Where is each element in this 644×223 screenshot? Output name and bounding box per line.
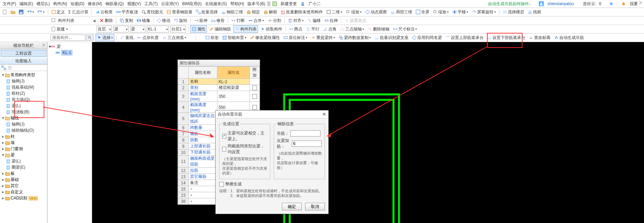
tree-view-icon[interactable]: [1, 65, 6, 70]
menu-component[interactable]: 构件(N): [52, 1, 69, 7]
zoom-button[interactable]: 缩放▾: [345, 9, 363, 15]
dialog-close-button[interactable]: ✕: [322, 110, 326, 118]
prop-row[interactable]: 2类别楼层框架梁: [178, 85, 260, 91]
tree-leaf[interactable]: 辅助轴线(O): [6, 127, 46, 133]
subcategory-select[interactable]: 梁▾: [130, 26, 145, 32]
two-points-button[interactable]: 两点: [288, 26, 303, 32]
split-button[interactable]: 分割: [267, 17, 282, 24]
view-rebar-qty-button[interactable]: 查看钢筋量: [166, 9, 194, 15]
auto-gen-stirrup-button[interactable]: 自动生成吊筋: [553, 34, 585, 41]
menu-draw[interactable]: 绘图(D): [69, 1, 86, 7]
wireframe-button[interactable]: 线框: [527, 9, 542, 15]
search-button[interactable]: [86, 35, 94, 41]
new-component-button[interactable]: 新建▾: [50, 26, 95, 32]
list-view-icon[interactable]: [8, 65, 12, 70]
stirrup-input[interactable]: [290, 130, 320, 136]
secondary-add-input[interactable]: [292, 141, 322, 147]
modify-beam-seg-button[interactable]: 修改梁段属性: [249, 34, 281, 41]
reextract-span-button[interactable]: 重提梁跨▾: [310, 34, 336, 41]
menu-bim[interactable]: BIM应用(I): [181, 1, 203, 7]
rotate-button[interactable]: 旋转: [173, 17, 188, 24]
instance-select[interactable]: KL-1▾: [147, 26, 169, 32]
join-button[interactable]: 合并▾: [247, 17, 265, 24]
search-input[interactable]: [51, 35, 85, 41]
edit-rebar-button[interactable]: 编辑钢筋: [208, 26, 232, 32]
parallel-button[interactable]: 平行: [305, 26, 320, 32]
tree-leaf[interactable]: 筏板基础(M): [6, 84, 46, 90]
copy-button[interactable]: 复制: [118, 17, 134, 24]
menu-rebar[interactable]: 钢筋量(Q): [104, 1, 125, 7]
delete-button[interactable]: 删除: [98, 17, 114, 24]
chevron-left-icon[interactable]: ◀: [93, 19, 96, 23]
tree-leaf[interactable]: 圈梁(E): [6, 164, 46, 170]
tree-folder[interactable]: ▸其它: [1, 183, 46, 189]
screen-rotate-button[interactable]: 屏幕旋转▾: [471, 9, 497, 15]
undo-button[interactable]: ▾: [26, 9, 35, 15]
tree-leaf[interactable]: 框柱(Z): [6, 90, 46, 96]
dynamic-orbit-button[interactable]: 动态观察: [364, 9, 388, 15]
component-list-button[interactable]: 构件列表: [233, 25, 258, 33]
stretch-button[interactable]: 拉伸: [323, 17, 339, 24]
tree-folder[interactable]: ▸门窗洞: [1, 146, 46, 152]
floor-select[interactable]: 首层▾: [97, 26, 112, 32]
span-data-copy-button[interactable]: 梁跨数据复制▾: [338, 34, 372, 41]
properties-button[interactable]: 属性: [190, 25, 207, 33]
tree-folder[interactable]: ▸自定义: [1, 189, 46, 195]
tree-leaf[interactable]: 梁(L): [6, 158, 46, 164]
zoom2-button[interactable]: 缩放▾: [432, 9, 450, 15]
new-change-button[interactable]: 新建变更: [279, 1, 298, 7]
menu-tools[interactable]: 工具(T): [143, 1, 159, 7]
select-floor-button[interactable]: 选择楼层: [501, 9, 525, 15]
point-angle-button[interactable]: 点角: [322, 26, 338, 32]
sum-calculate-button[interactable]: Σ 汇总计算: [67, 9, 89, 15]
offset-button[interactable]: 偏移: [306, 17, 322, 24]
prop-row[interactable]: 1名称KL-1: [178, 79, 260, 85]
dimension-button[interactable]: 尺寸标注▾: [392, 26, 418, 32]
find-element-button[interactable]: 查找图元: [140, 9, 164, 15]
line-tool-button[interactable]: 直线: [119, 34, 134, 41]
menu-modify[interactable]: 修改(M): [86, 1, 103, 7]
delete-aux-button[interactable]: 删除辅轴: [367, 26, 390, 32]
cb-whole-floor[interactable]: 整楼生成: [219, 181, 325, 187]
save-button[interactable]: [18, 9, 25, 15]
batch-select-button[interactable]: 批量选择: [195, 9, 219, 15]
open-file-button[interactable]: [10, 9, 16, 15]
menu-edit[interactable]: 编辑(E): [18, 1, 34, 7]
tree-folder[interactable]: ▸柱: [1, 133, 46, 140]
define-button[interactable]: 定义: [50, 9, 66, 15]
menu-view[interactable]: 视图(V): [126, 1, 142, 7]
cb-main-secondary[interactable]: 主梁与次梁相交，主梁上。: [222, 130, 267, 142]
menu-floor[interactable]: 楼层(L): [35, 1, 51, 7]
help-link[interactable]: 自动生成吊筋如何操作..: [487, 1, 533, 7]
fullscreen-button[interactable]: 全屏: [415, 9, 430, 15]
three-point-aux-button[interactable]: 三点辅轴▾: [339, 26, 365, 32]
close-icon[interactable]: [42, 43, 46, 48]
new-file-button[interactable]: [1, 9, 8, 15]
inplace-annot-button[interactable]: 原位标注▾: [282, 34, 309, 41]
menu-help[interactable]: 帮助(H): [229, 1, 246, 7]
align-button[interactable]: 对齐▾: [287, 17, 305, 24]
component-type-tree[interactable]: ▾常用构件类型轴网(J)筏板基础(M)框柱(Z)剪力墙(Q)梁(L)现浇板(B)…: [0, 71, 47, 223]
menu-file[interactable]: 文件(F): [1, 1, 17, 7]
prop-row[interactable]: 3截面宽度(mm)350: [178, 91, 260, 102]
beam-item-kl1[interactable]: KL-1: [61, 50, 72, 55]
project-settings-tab[interactable]: 工程设置: [1, 50, 46, 57]
move-button[interactable]: 移动: [156, 17, 171, 24]
apply-same-name-button[interactable]: 应用到同名梁: [411, 34, 443, 41]
set-grip-button[interactable]: 设置夹点: [343, 17, 367, 24]
extend-button[interactable]: 延伸: [193, 17, 209, 24]
align-slab-top-button[interactable]: 平齐板顶: [115, 9, 139, 15]
credits[interactable]: 造价豆:0: [580, 1, 604, 7]
tree-folder[interactable]: ▸CAD识别 NEW: [1, 195, 46, 201]
point-length-button[interactable]: 点加长度: [136, 34, 160, 41]
pick-component-button[interactable]: 拾取构件: [259, 26, 283, 32]
category-select[interactable]: 梁▾: [113, 26, 129, 32]
pan-button[interactable]: 平移▾: [451, 9, 469, 15]
tree-folder[interactable]: ▸墙: [1, 140, 46, 146]
cancel-button[interactable]: 取消: [305, 203, 325, 210]
check-modify-elev-button[interactable]: 查改标高: [528, 34, 552, 41]
tree-leaf[interactable]: 轴网(J): [6, 121, 46, 127]
three-point-arc-button[interactable]: 三点画弧▾: [161, 34, 187, 41]
cb-same-section[interactable]: 同截面同类型次梁，均设置: [222, 143, 267, 155]
rebar-3d-button[interactable]: 钢筋三维: [220, 9, 244, 15]
